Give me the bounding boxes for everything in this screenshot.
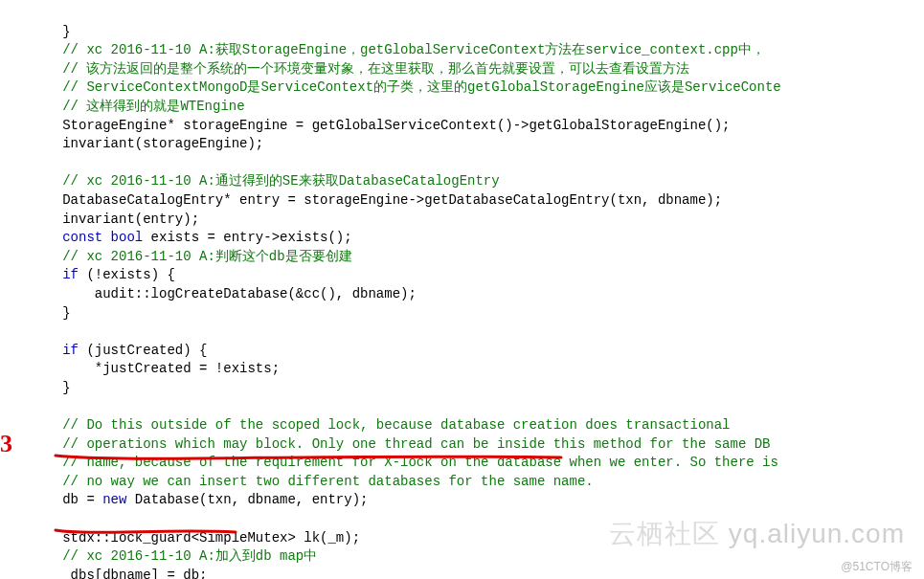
watermark-main: 云栖社区 yq.aliyun.com: [609, 515, 905, 552]
code-line: db =: [38, 492, 102, 507]
code-line: (!exists) {: [79, 267, 175, 282]
keyword-const-bool: const bool: [38, 230, 143, 245]
code-line: Database(txn, dbname, entry);: [126, 492, 368, 507]
code-line: *justCreated = !exists;: [38, 361, 280, 376]
brace: }: [38, 305, 71, 321]
comment: // no way we can insert two different da…: [38, 474, 594, 489]
comment: // xc 2016-11-10 A:获取StorageEngine，getGl…: [38, 42, 765, 57]
comment: // Do this outside of the scoped lock, b…: [38, 417, 731, 433]
code-screenshot: { "code": { "brace_top": " }", "c1": " /…: [0, 0, 924, 579]
code-line: invariant(storageEngine);: [38, 136, 263, 151]
comment: // 这样得到的就是WTEngine: [38, 99, 245, 114]
code-line: _dbs[dbname] = db;: [38, 568, 207, 579]
keyword-if: if: [38, 267, 79, 282]
code-line: invariant(entry);: [38, 212, 199, 227]
comment: // xc 2016-11-10 A:通过得到的SE来获取DatabaseCat…: [38, 173, 500, 189]
comment: // 该方法返回的是整个系统的一个环境变量对象，在这里获取，那么首先就要设置，可…: [38, 61, 689, 77]
comment: // xc 2016-11-10 A:加入到db map中: [38, 548, 317, 564]
comment: // name, because of the requirement for …: [38, 455, 778, 470]
code-line: audit::logCreateDatabase(&cc(), dbname);: [38, 286, 417, 301]
code-block: } // xc 2016-11-10 A:获取StorageEngine，get…: [0, 0, 924, 579]
keyword-new: new: [102, 492, 126, 507]
code-line: (justCreated) {: [79, 343, 207, 358]
brace: }: [38, 24, 71, 39]
code-line: StorageEngine* storageEngine = getGlobal…: [38, 118, 731, 133]
keyword-if: if: [38, 343, 79, 358]
watermark-url: yq.aliyun.com: [729, 519, 905, 548]
code-line: exists = entry->exists();: [143, 230, 351, 245]
comment: // ServiceContextMongoD是ServiceContext的子…: [38, 79, 781, 95]
code-line: DatabaseCatalogEntry* entry = storageEng…: [38, 192, 722, 208]
comment: // operations which may block. Only one …: [38, 436, 771, 452]
comment: // xc 2016-11-10 A:判断这个db是否要创建: [38, 249, 352, 264]
annotation-number-3: 3: [0, 427, 12, 461]
watermark-small: @51CTO博客: [841, 559, 913, 575]
brace: }: [38, 380, 71, 395]
watermark-text: 云栖社区: [609, 519, 729, 548]
code-line: stdx::lock_guard<SimpleMutex> lk(_m);: [38, 530, 360, 546]
